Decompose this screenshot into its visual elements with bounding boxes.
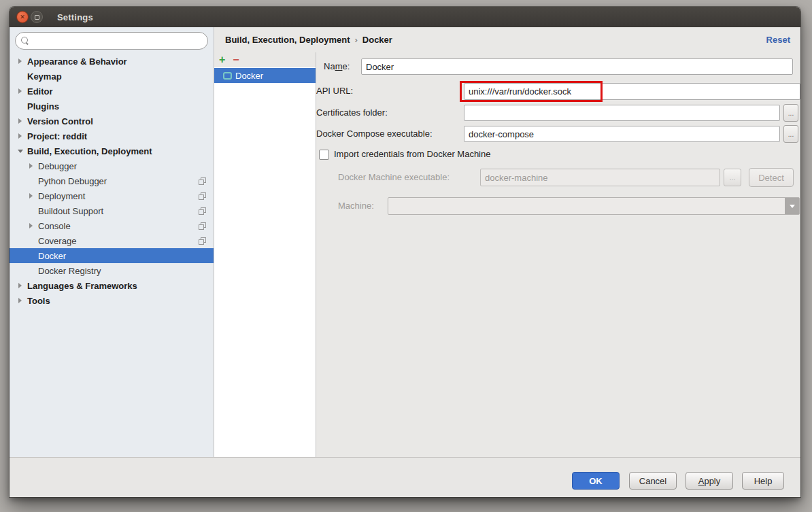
- name-label: Name:: [324, 61, 350, 72]
- sidebar-item-docker[interactable]: Docker: [10, 248, 214, 263]
- sidebar-item-label: Docker Registry: [38, 266, 101, 276]
- search-input[interactable]: [33, 34, 201, 48]
- shared-settings-icon: [199, 222, 206, 230]
- sidebar-item-label: Version Control: [27, 116, 93, 126]
- import-credentials-checkbox[interactable]: [319, 150, 329, 160]
- detect-button[interactable]: Detect: [749, 168, 794, 187]
- sidebar-item-languages-frameworks[interactable]: Languages & Frameworks: [10, 278, 214, 293]
- no-chevron: [18, 102, 24, 110]
- certificates-folder-field[interactable]: [464, 105, 780, 121]
- certificates-browse-button[interactable]: ...: [783, 104, 798, 122]
- dialog-button-bar: OK Cancel Apply Help: [10, 457, 800, 497]
- sidebar-item-label: Coverage: [38, 236, 76, 246]
- compose-browse-button[interactable]: ...: [783, 125, 798, 143]
- machine-browse-button[interactable]: ...: [724, 169, 741, 186]
- sidebar-item-label: Tools: [27, 296, 50, 306]
- list-toolbar: + −: [214, 52, 316, 67]
- compose-executable-field[interactable]: [464, 126, 780, 142]
- sidebar-item-buildout-support[interactable]: Buildout Support: [10, 203, 214, 218]
- breadcrumb-current: Docker: [362, 35, 392, 45]
- sidebar-item-appearance-behavior[interactable]: Appearance & Behavior: [10, 54, 214, 69]
- sidebar-item-label: Appearance & Behavior: [27, 56, 127, 67]
- search-icon: [21, 37, 29, 45]
- remove-button[interactable]: −: [233, 54, 239, 65]
- chevron-expanded-icon[interactable]: [18, 147, 24, 155]
- import-credentials-label: Import credentials from Docker Machine: [334, 149, 490, 160]
- shared-settings-icon: [199, 207, 206, 215]
- add-button[interactable]: +: [219, 54, 225, 65]
- settings-dialog: ✕ Settings Appearance & BehaviorKeymapEd…: [10, 7, 800, 497]
- chevron-collapsed-icon[interactable]: [18, 57, 24, 65]
- certificates-folder-label: Certificates folder:: [316, 107, 388, 118]
- chevron-collapsed-icon[interactable]: [18, 132, 24, 140]
- sidebar-item-label: Buildout Support: [38, 206, 103, 216]
- sidebar-item-label: Console: [38, 221, 71, 231]
- compose-executable-label: Docker Compose executable:: [316, 129, 433, 139]
- chevron-collapsed-icon[interactable]: [29, 222, 35, 230]
- no-chevron: [29, 267, 35, 275]
- sidebar-item-build-execution-deployment[interactable]: Build, Execution, Deployment: [10, 143, 214, 158]
- sidebar-item-editor[interactable]: Editor: [10, 84, 214, 99]
- maximize-icon[interactable]: [31, 11, 43, 23]
- breadcrumb: Build, Execution, Deployment › Docker: [225, 27, 392, 52]
- main-area: Appearance & BehaviorKeymapEditorPlugins…: [10, 27, 800, 457]
- machine-dropdown-value: [388, 198, 785, 214]
- machine-label: Machine:: [338, 201, 374, 211]
- docker-instances-list: Docker: [214, 67, 316, 457]
- sidebar-item-plugins[interactable]: Plugins: [10, 99, 214, 114]
- ok-button[interactable]: OK: [572, 472, 620, 490]
- breadcrumb-parent[interactable]: Build, Execution, Deployment: [225, 35, 350, 45]
- chevron-collapsed-icon[interactable]: [18, 281, 24, 290]
- sidebar-item-label: Docker: [38, 251, 66, 261]
- chevron-collapsed-icon[interactable]: [18, 87, 24, 95]
- no-chevron: [29, 177, 35, 185]
- help-button[interactable]: Help: [742, 472, 784, 490]
- breadcrumb-band: Build, Execution, Deployment › Docker Re…: [214, 27, 800, 52]
- chevron-collapsed-icon[interactable]: [29, 162, 35, 170]
- sidebar-item-console[interactable]: Console: [10, 218, 214, 233]
- sidebar-item-label: Deployment: [38, 191, 85, 201]
- chevron-collapsed-icon[interactable]: [18, 296, 24, 305]
- sidebar-item-tools[interactable]: Tools: [10, 293, 214, 308]
- sidebar-item-keymap[interactable]: Keymap: [10, 69, 214, 84]
- shared-settings-icon: [199, 192, 206, 200]
- chevron-down-icon[interactable]: [785, 198, 799, 214]
- reset-link[interactable]: Reset: [766, 27, 790, 52]
- sidebar-item-debugger[interactable]: Debugger: [10, 158, 214, 173]
- sidebar-item-python-debugger[interactable]: Python Debugger: [10, 173, 214, 188]
- close-icon[interactable]: ✕: [16, 11, 29, 23]
- maximize-square-glyph: [35, 15, 39, 20]
- no-chevron: [29, 237, 35, 245]
- sidebar-item-label: Debugger: [38, 161, 77, 171]
- sidebar-item-label: Project: reddit: [27, 131, 87, 141]
- name-field[interactable]: [361, 58, 793, 75]
- chevron-collapsed-icon[interactable]: [29, 192, 35, 200]
- cancel-button[interactable]: Cancel: [629, 472, 677, 490]
- machine-executable-label: Docker Machine executable:: [338, 172, 450, 183]
- breadcrumb-separator: ›: [350, 35, 362, 45]
- sidebar-item-label: Keymap: [27, 71, 62, 82]
- api-url-label: API URL:: [316, 86, 353, 97]
- list-item-docker[interactable]: Docker: [214, 68, 316, 83]
- no-chevron: [29, 252, 35, 260]
- docker-settings-form: Name: API URL: Certificates folder: ... …: [316, 52, 800, 457]
- apply-button[interactable]: Apply: [686, 472, 733, 490]
- machine-executable-field[interactable]: [480, 169, 720, 186]
- shared-settings-icon: [199, 177, 206, 185]
- settings-sidebar: Appearance & BehaviorKeymapEditorPlugins…: [10, 27, 214, 457]
- sidebar-item-project-reddit[interactable]: Project: reddit: [10, 129, 214, 143]
- settings-search-box[interactable]: [15, 32, 208, 50]
- docker-icon: [223, 72, 232, 80]
- content-region: Build, Execution, Deployment › Docker Re…: [214, 27, 800, 457]
- sidebar-item-version-control[interactable]: Version Control: [10, 114, 214, 129]
- sidebar-item-coverage[interactable]: Coverage: [10, 233, 214, 248]
- chevron-collapsed-icon[interactable]: [18, 117, 24, 125]
- machine-dropdown[interactable]: [388, 197, 800, 215]
- sidebar-item-label: Languages & Frameworks: [27, 281, 137, 291]
- no-chevron: [18, 72, 24, 80]
- sidebar-item-docker-registry[interactable]: Docker Registry: [10, 263, 214, 278]
- sidebar-item-label: Editor: [27, 86, 53, 97]
- sidebar-item-label: Python Debugger: [38, 176, 107, 186]
- sidebar-item-deployment[interactable]: Deployment: [10, 188, 214, 203]
- api-url-field[interactable]: [464, 83, 800, 100]
